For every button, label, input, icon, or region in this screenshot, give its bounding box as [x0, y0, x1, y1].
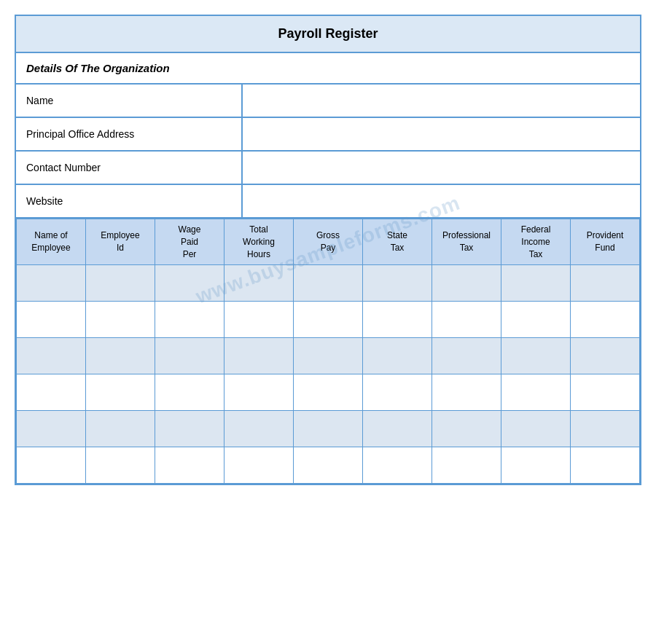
cell[interactable] — [294, 302, 363, 338]
cell[interactable] — [501, 447, 571, 484]
cell[interactable] — [294, 447, 363, 484]
cell[interactable] — [86, 338, 155, 374]
cell[interactable] — [432, 411, 501, 447]
cell[interactable] — [224, 447, 294, 484]
cell[interactable] — [501, 411, 571, 447]
cell[interactable] — [501, 302, 571, 338]
col-provident-fund: ProvidentFund — [571, 219, 640, 265]
cell[interactable] — [86, 374, 155, 411]
org-address-value[interactable] — [242, 117, 640, 151]
col-gross-pay: GrossPay — [294, 219, 363, 265]
org-details-table: Name Principal Office Address Contact Nu… — [16, 85, 640, 219]
cell[interactable] — [155, 374, 224, 411]
cell[interactable] — [86, 411, 155, 447]
cell[interactable] — [86, 265, 155, 302]
cell[interactable] — [224, 411, 294, 447]
cell[interactable] — [571, 302, 640, 338]
cell[interactable] — [363, 411, 432, 447]
col-professional-tax: ProfessionalTax — [432, 219, 501, 265]
cell[interactable] — [224, 338, 294, 374]
table-row — [17, 447, 640, 484]
cell[interactable] — [501, 374, 571, 411]
org-contact-label: Contact Number — [16, 151, 242, 184]
org-address-label: Principal Office Address — [16, 117, 242, 151]
col-wage-paid-per: WagePaidPer — [155, 219, 224, 265]
cell[interactable] — [86, 447, 155, 484]
cell[interactable] — [571, 265, 640, 302]
cell[interactable] — [17, 374, 86, 411]
table-row — [17, 411, 640, 447]
col-federal-income-tax: FederalIncomeTax — [501, 219, 571, 265]
org-address-row: Principal Office Address — [16, 117, 640, 151]
cell[interactable] — [432, 338, 501, 374]
cell[interactable] — [571, 338, 640, 374]
cell[interactable] — [294, 338, 363, 374]
cell[interactable] — [571, 447, 640, 484]
table-row — [17, 338, 640, 374]
cell[interactable] — [155, 302, 224, 338]
col-total-working-hours: TotalWorkingHours — [224, 219, 294, 265]
cell[interactable] — [363, 265, 432, 302]
cell[interactable] — [155, 447, 224, 484]
cell[interactable] — [17, 265, 86, 302]
cell[interactable] — [224, 302, 294, 338]
form-container: www.buysampleforms.com Payroll Register … — [15, 15, 641, 485]
org-contact-row: Contact Number — [16, 151, 640, 184]
cell[interactable] — [224, 265, 294, 302]
org-contact-value[interactable] — [242, 151, 640, 184]
payroll-header-row: Name ofEmployee EmployeeId WagePaidPer T… — [17, 219, 640, 265]
cell[interactable] — [155, 411, 224, 447]
cell[interactable] — [17, 302, 86, 338]
cell[interactable] — [432, 265, 501, 302]
cell[interactable] — [294, 411, 363, 447]
table-row — [17, 265, 640, 302]
cell[interactable] — [363, 374, 432, 411]
cell[interactable] — [294, 374, 363, 411]
table-row — [17, 302, 640, 338]
section-header: Details Of The Organization — [16, 53, 640, 85]
payroll-table: Name ofEmployee EmployeeId WagePaidPer T… — [16, 219, 640, 484]
cell[interactable] — [571, 374, 640, 411]
org-website-value[interactable] — [242, 184, 640, 218]
cell[interactable] — [432, 302, 501, 338]
cell[interactable] — [363, 447, 432, 484]
cell[interactable] — [363, 338, 432, 374]
cell[interactable] — [17, 447, 86, 484]
org-website-row: Website — [16, 184, 640, 218]
cell[interactable] — [432, 374, 501, 411]
org-website-label: Website — [16, 184, 242, 218]
cell[interactable] — [86, 302, 155, 338]
cell[interactable] — [155, 265, 224, 302]
cell[interactable] — [432, 447, 501, 484]
org-name-value[interactable] — [242, 85, 640, 117]
col-state-tax: StateTax — [363, 219, 432, 265]
form-title: Payroll Register — [16, 16, 640, 53]
cell[interactable] — [17, 411, 86, 447]
cell[interactable] — [155, 338, 224, 374]
org-name-label: Name — [16, 85, 242, 117]
cell[interactable] — [224, 374, 294, 411]
col-name-of-employee: Name ofEmployee — [17, 219, 86, 265]
cell[interactable] — [17, 338, 86, 374]
cell[interactable] — [501, 338, 571, 374]
cell[interactable] — [571, 411, 640, 447]
cell[interactable] — [501, 265, 571, 302]
col-employee-id: EmployeeId — [86, 219, 155, 265]
cell[interactable] — [363, 302, 432, 338]
table-row — [17, 374, 640, 411]
cell[interactable] — [294, 265, 363, 302]
org-name-row: Name — [16, 85, 640, 117]
